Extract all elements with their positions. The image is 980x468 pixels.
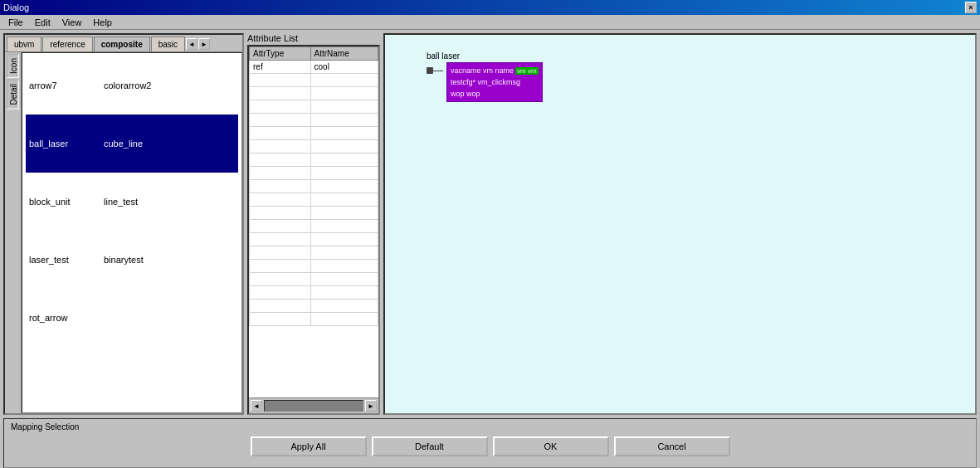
scroll-right-arrow[interactable]: ► [365,400,377,412]
table-row[interactable] [250,220,378,233]
attribute-list-title: Attribute List [247,33,380,43]
cell-type [250,154,311,167]
table-row[interactable] [250,180,378,193]
cell-type [250,180,311,193]
tab-basic[interactable]: basic [151,37,185,51]
cell-name [310,87,378,100]
scroll-track[interactable] [264,400,363,412]
side-buttons: Icon Detail [5,52,22,413]
cell-name [310,246,378,260]
cell-name [310,114,378,127]
list-area[interactable]: arrow7 colorarrow2 ball_laser cube_line … [22,52,242,413]
table-row[interactable]: ref cool [250,61,378,74]
window-title: Dialog [3,2,29,12]
left-panel: ubvm reference composite basic ◄ ► Icon … [3,33,244,415]
table-row[interactable] [250,246,378,260]
tab-ubvm[interactable]: ubvm [7,37,41,51]
cell-type [250,87,311,100]
item-value: colorarrow2 [104,80,151,90]
cell-type [250,193,311,207]
cell-name [310,100,378,114]
close-button[interactable]: × [965,2,977,13]
menu-file[interactable]: File [3,17,28,28]
table-row[interactable] [250,286,378,300]
attribute-table: AttrType AttrName ref cool [249,46,378,326]
apply-all-button[interactable]: Apply All [251,436,367,456]
cancel-button[interactable]: Cancel [614,436,730,456]
table-row[interactable] [250,233,378,246]
node-row-3: wop wop [451,88,539,100]
table-row[interactable] [250,74,378,87]
menu-help[interactable]: Help [88,17,117,28]
cell-name: cool [310,61,378,74]
node-row-2: testcfg* vm_clickmsg [451,76,539,88]
cell-name [310,260,378,273]
node-row-extra: vm vm [515,67,539,75]
cell-name [310,207,378,220]
ok-button[interactable]: OK [493,436,609,456]
main-area: ubvm reference composite basic ◄ ► Icon … [0,30,980,418]
table-row[interactable] [250,300,378,313]
default-button[interactable]: Default [372,436,488,456]
mapping-area: Mapping Selection Apply All Default OK C… [3,418,977,468]
table-row[interactable] [250,193,378,207]
cell-name [310,140,378,154]
node-diagram: ball laser vacname vm name vm vm testcfg… [427,51,543,102]
cell-name [310,127,378,140]
cell-name [310,180,378,193]
cell-name [310,273,378,286]
menu-edit[interactable]: Edit [30,17,56,28]
list-item[interactable]: rot_arrow [26,289,238,347]
table-row[interactable] [250,127,378,140]
cell-type [250,246,311,260]
cell-type [250,140,311,154]
list-item[interactable]: laser_test binarytest [26,231,238,289]
cell-type [250,220,311,233]
table-row[interactable] [250,273,378,286]
cell-type [250,233,311,246]
cell-type [250,300,311,313]
tab-scroll-left[interactable]: ◄ [186,38,197,50]
item-value: binarytest [104,255,144,265]
node-row-label: testcfg* vm_clickmsg [451,78,520,86]
list-item[interactable]: ball_laser cube_line [26,115,238,173]
table-row[interactable] [250,154,378,167]
table-row[interactable] [250,140,378,154]
menu-view[interactable]: View [57,17,87,28]
attr-scroll-bar: ◄ ► [249,397,378,413]
table-row[interactable] [250,87,378,100]
col-attr-name: AttrName [310,47,378,61]
cell-name [310,300,378,313]
tab-composite[interactable]: composite [94,37,150,51]
scroll-left-arrow[interactable]: ◄ [251,400,262,412]
cell-type [250,286,311,300]
list-item[interactable]: arrow7 colorarrow2 [26,56,238,115]
table-row[interactable] [250,207,378,220]
cell-type [250,260,311,273]
table-row[interactable] [250,167,378,180]
tab-reference[interactable]: reference [42,37,92,51]
item-name: laser_test [29,255,87,265]
detail-button[interactable]: Detail [7,80,19,110]
node-title: ball laser [427,51,543,61]
item-name: arrow7 [29,80,87,90]
cell-type [250,127,311,140]
mapping-title: Mapping Selection [11,422,969,431]
item-value: cube_line [104,139,143,149]
item-name: ball_laser [29,139,87,149]
node-row-label: vacname vm name [451,66,514,75]
cell-name [310,167,378,180]
title-bar: Dialog × [0,0,980,15]
cell-type [250,74,311,87]
table-row[interactable] [250,114,378,127]
tab-scroll-right[interactable]: ► [198,38,210,50]
cell-type [250,100,311,114]
attribute-panel: Attribute List AttrType AttrName ref coo… [247,33,380,415]
table-row[interactable] [250,260,378,273]
list-item[interactable]: block_unit line_test [26,173,238,231]
table-row[interactable] [250,313,378,326]
table-row[interactable] [250,100,378,114]
icon-button[interactable]: Icon [7,54,19,78]
item-value: line_test [104,197,138,207]
node-box: vacname vm name vm vm testcfg* vm_clickm… [446,62,543,102]
